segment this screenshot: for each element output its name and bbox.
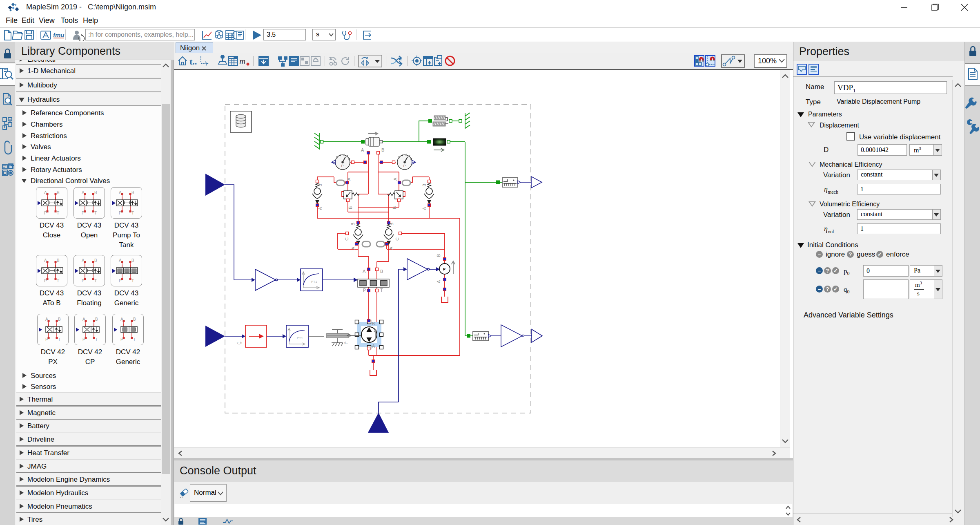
svg-text:A: A [361,147,364,152]
svg-text:T: T [131,279,134,283]
svg-text:A: A [44,190,47,195]
svg-text:A: A [44,258,47,263]
svg-text:A: A [351,246,356,250]
svg-text:d...: d... [344,341,348,344]
svg-text:T: T [94,211,97,215]
svg-text:P: P [82,337,85,342]
svg-text:A: A [45,317,48,322]
svg-text:B: B [350,223,355,226]
svg-text:A: A [346,177,351,181]
svg-text:C: C [344,237,349,241]
svg-text:T: T [57,211,59,215]
svg-text:A: A [82,258,85,263]
svg-text:B: B [94,190,97,195]
svg-text:B: B [94,258,97,263]
svg-text:P: P [82,279,85,283]
svg-text:A: A [393,177,398,181]
svg-text:C: C [395,237,400,241]
svg-text:P: P [82,211,85,215]
svg-text:PT1: PT1 [311,280,317,284]
svg-text:B: B [436,254,441,257]
svg-text:T: T [95,337,98,342]
svg-text:P: P [44,279,47,283]
svg-text:B: B [131,190,134,195]
svg-text:P: P [120,337,123,342]
svg-text:PT1: PT1 [297,336,303,340]
svg-text:A: A [82,190,85,195]
svg-text:P: P [119,279,122,283]
svg-text:m: m [239,56,245,66]
svg-text:A: A [119,258,122,263]
svg-text:fmu: fmu [53,31,65,38]
svg-text:B: B [58,317,61,322]
svg-text:B: B [392,206,397,209]
svg-text:B: B [95,317,98,322]
svg-text:T: T [133,337,136,342]
svg-text:T: T [58,337,60,342]
svg-text:B: B [372,321,375,326]
svg-text:B: B [57,258,60,263]
svg-text:A: A [82,317,85,322]
svg-text:P: P [119,211,122,215]
svg-text:P: P [341,164,344,168]
svg-text:P: P [45,337,48,342]
svg-text:T: T [380,288,383,293]
svg-text:B: B [389,223,394,226]
svg-text:B: B [422,184,427,187]
svg-text:B: B [380,269,383,274]
svg-text:P: P [44,211,47,215]
svg-text:B: B [57,190,60,195]
svg-text:B: B [381,147,384,152]
svg-text:B: B [133,317,136,322]
svg-text:P: P [443,267,445,271]
svg-text:A: A [372,344,375,349]
svg-text:A: A [436,280,441,283]
svg-text:A: A [363,269,366,274]
svg-text:P: P [363,288,366,293]
svg-text:A: A [318,207,323,210]
svg-text:T: T [131,211,134,215]
svg-text:A: A [119,190,122,195]
svg-text:B: B [318,184,323,187]
svg-text:B: B [131,258,134,263]
svg-text:T: T [57,279,59,283]
svg-text:T: T [94,279,97,283]
svg-text:t..: t.. [189,56,197,67]
svg-text:P: P [403,164,406,168]
svg-text:A: A [120,317,123,322]
svg-text:v_in: v_in [237,341,242,344]
svg-text:A: A [389,246,394,250]
svg-text:B: B [348,206,353,209]
svg-text:A: A [422,207,427,210]
